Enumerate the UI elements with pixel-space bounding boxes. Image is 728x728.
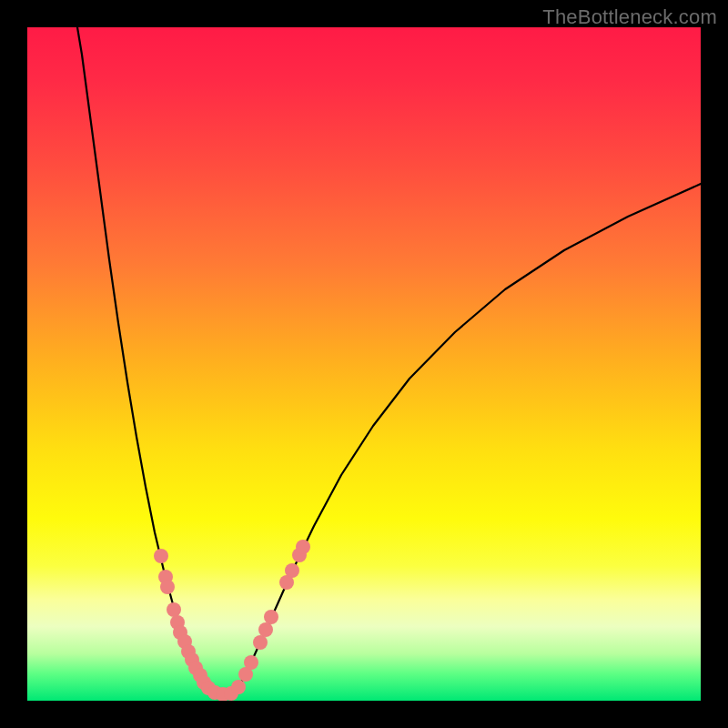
plot-area [27, 27, 701, 701]
data-point [160, 580, 175, 594]
data-point [154, 549, 168, 563]
data-point [258, 622, 273, 637]
curve-path [77, 27, 701, 695]
data-point [253, 635, 268, 650]
data-point [285, 563, 299, 578]
data-point [296, 540, 310, 554]
chart-frame: TheBottleneck.com [0, 0, 728, 728]
data-point [231, 680, 246, 694]
data-point [244, 655, 258, 670]
bottleneck-curve [27, 27, 701, 701]
data-point [167, 602, 181, 617]
data-point [264, 610, 278, 624]
watermark-text: TheBottleneck.com [542, 5, 717, 29]
